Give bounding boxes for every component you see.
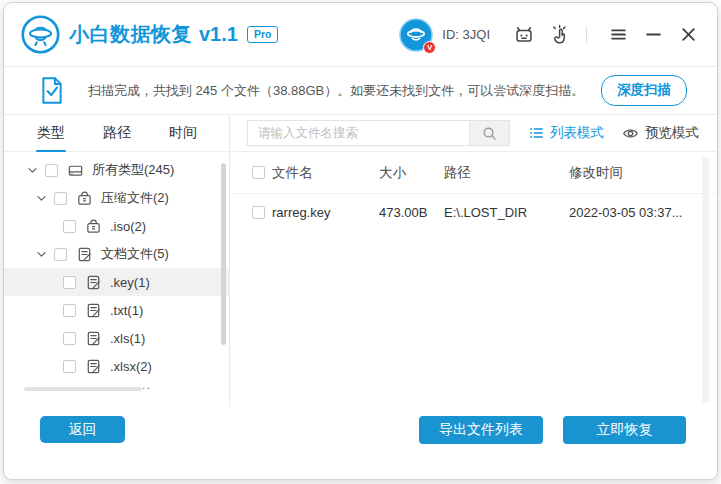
- recover-now-button[interactable]: 立即恢复: [563, 416, 686, 444]
- tree-checkbox[interactable]: [63, 220, 76, 233]
- tree-checkbox[interactable]: [63, 360, 76, 373]
- col-header-modified: 修改时间: [569, 164, 717, 182]
- col-header-path: 路径: [444, 164, 569, 182]
- tree-row-label: .key(1): [110, 275, 150, 290]
- expander-icon[interactable]: [35, 249, 47, 260]
- export-file-list-button[interactable]: 导出文件列表: [419, 416, 543, 444]
- tree-row[interactable]: 所有类型(245): [4, 156, 229, 184]
- user-avatar[interactable]: V: [399, 18, 433, 52]
- sidebar-tabs: 类型 路径 时间: [4, 115, 229, 152]
- document-icon: [84, 358, 102, 375]
- archive-icon: [84, 218, 102, 235]
- menu-icon[interactable]: [605, 22, 631, 48]
- sidebar-tab[interactable]: 类型: [18, 115, 84, 151]
- sidebar-tab-label: 时间: [169, 124, 197, 142]
- file-type-tree: 所有类型(245) 压缩文件(2) .iso(2) 文档文件(5) .key(1…: [4, 152, 229, 389]
- tree-row-label: .xlsx(2): [110, 359, 152, 374]
- file-path-cell: E:\.LOST_DIR: [444, 205, 569, 220]
- tree-row[interactable]: .iso(2): [4, 212, 229, 240]
- list-mode-button[interactable]: 列表模式: [528, 124, 604, 142]
- scan-result-message: 扫描完成，共找到 245 个文件（38.88GB）。如要还未找到文件，可以尝试深…: [88, 82, 601, 100]
- file-size-cell: 473.00B: [379, 205, 444, 220]
- tree-row-label: 所有类型(245): [92, 161, 174, 179]
- document-icon: [84, 302, 102, 319]
- search-box: [247, 120, 510, 146]
- app-window: 小白数据恢复 v1.1 Pro V ID: 3JQI: [3, 2, 718, 480]
- archive-icon: [75, 190, 93, 207]
- document-icon: [84, 330, 102, 347]
- titlebar-separator: [586, 27, 587, 43]
- tree-row[interactable]: .xlsx(2): [4, 352, 229, 380]
- preview-mode-label: 预览模式: [645, 124, 699, 142]
- document-icon: [75, 246, 93, 263]
- document-icon: [84, 274, 102, 291]
- minimize-icon[interactable]: [640, 22, 666, 48]
- app-title: 小白数据恢复: [69, 21, 192, 48]
- tree-row[interactable]: 文档文件(5): [4, 240, 229, 268]
- tree-row-label: .iso(2): [110, 219, 146, 234]
- touch-hand-icon[interactable]: [546, 22, 572, 48]
- tree-row[interactable]: .key(1): [4, 268, 229, 296]
- select-all-checkbox[interactable]: [252, 166, 265, 179]
- back-button[interactable]: 返回: [40, 416, 125, 443]
- col-header-size: 大小: [379, 164, 444, 182]
- drive-icon: [66, 162, 84, 179]
- file-table-row[interactable]: rarreg.key 473.00B E:\.LOST_DIR 2022-03-…: [230, 194, 717, 230]
- tree-row-label: 压缩文件(2): [101, 189, 169, 207]
- sidebar-tab[interactable]: 路径: [84, 115, 150, 151]
- tree-row-label: .xls(1): [110, 331, 145, 346]
- tree-row[interactable]: .txt(1): [4, 296, 229, 324]
- file-modified-cell: 2022-03-05 03:37...: [569, 205, 717, 220]
- main-toolbar: 列表模式 预览模式: [230, 115, 717, 152]
- app-logo-icon: [20, 14, 61, 55]
- user-id: ID: 3JQI: [442, 27, 490, 42]
- tree-checkbox[interactable]: [63, 332, 76, 345]
- col-header-name: 文件名: [272, 164, 379, 182]
- expander-icon[interactable]: [26, 165, 38, 176]
- row-checkbox[interactable]: [252, 206, 265, 219]
- robot-service-icon[interactable]: [511, 22, 537, 48]
- tree-row[interactable]: .xls(1): [4, 324, 229, 352]
- avatar-v-badge: V: [423, 41, 436, 54]
- sidebar-tab-label: 路径: [103, 124, 131, 142]
- titlebar: 小白数据恢复 v1.1 Pro V ID: 3JQI: [4, 3, 717, 66]
- tree-row-label: .txt(1): [110, 303, 143, 318]
- deep-scan-button[interactable]: 深度扫描: [601, 75, 687, 106]
- sidebar-vertical-scrollbar[interactable]: [221, 163, 226, 345]
- sidebar-tab-label: 类型: [37, 124, 65, 142]
- tree-checkbox[interactable]: [54, 248, 67, 261]
- tree-checkbox[interactable]: [54, 192, 67, 205]
- pro-badge: Pro: [247, 26, 279, 43]
- file-table-header: 文件名大小路径修改时间: [230, 152, 717, 194]
- footer: 返回 导出文件列表 立即恢复: [4, 407, 717, 478]
- main-panel: 列表模式 预览模式 文件名大小路径修改时间 rarreg.key 473.00B…: [230, 115, 717, 407]
- file-name-cell: rarreg.key: [272, 205, 379, 220]
- tree-row[interactable]: 压缩文件(2): [4, 184, 229, 212]
- app-version: v1.1: [199, 23, 238, 46]
- preview-mode-button[interactable]: 预览模式: [622, 124, 699, 142]
- sidebar-horizontal-scrollbar[interactable]: [24, 387, 142, 391]
- close-icon[interactable]: [675, 22, 701, 48]
- file-list-scrollbar[interactable]: [702, 157, 709, 403]
- tree-checkbox[interactable]: [63, 304, 76, 317]
- tree-checkbox[interactable]: [45, 164, 58, 177]
- list-mode-label: 列表模式: [550, 124, 604, 142]
- search-input[interactable]: [248, 121, 469, 145]
- body-area: 类型 路径 时间 所有类型(245) 压缩文件(2) .iso(2) 文档文件(…: [4, 115, 717, 407]
- search-icon[interactable]: [469, 121, 509, 145]
- file-table-body: rarreg.key 473.00B E:\.LOST_DIR 2022-03-…: [230, 194, 717, 230]
- tree-row-label: 文档文件(5): [101, 245, 169, 263]
- sidebar-tab[interactable]: 时间: [150, 115, 216, 151]
- expander-icon[interactable]: [35, 193, 47, 204]
- sidebar: 类型 路径 时间 所有类型(245) 压缩文件(2) .iso(2) 文档文件(…: [4, 115, 230, 407]
- tree-checkbox[interactable]: [63, 276, 76, 289]
- scan-banner: 扫描完成，共找到 245 个文件（38.88GB）。如要还未找到文件，可以尝试深…: [4, 66, 717, 115]
- doc-check-icon: [38, 75, 66, 106]
